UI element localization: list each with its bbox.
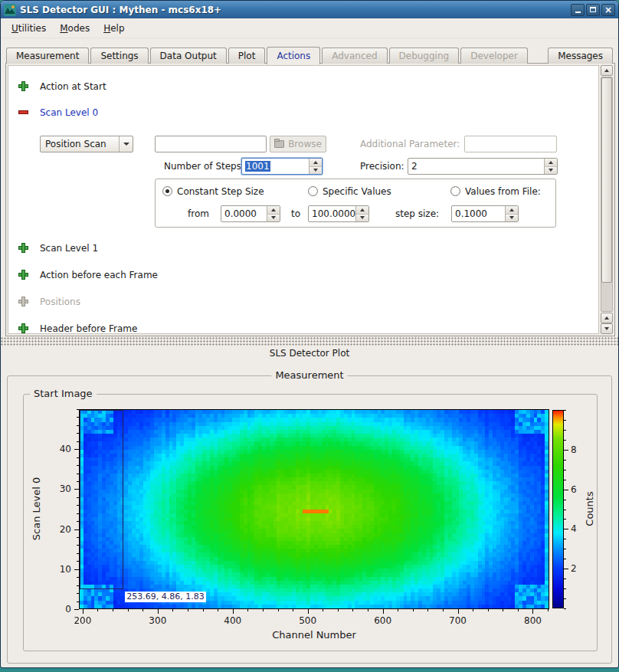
tab-advanced: Advanced [322,48,387,64]
scroll-up-button-bottom[interactable] [601,313,613,323]
tab-settings[interactable]: Settings [90,48,148,64]
tracker-readout: 253.69, 4.86, 1.83 [125,592,205,602]
scan-level-0-label: Scan Level 0 [40,107,98,118]
expand-plus-icon[interactable] [18,81,28,91]
collapse-minus-icon[interactable] [18,107,28,117]
y-tick-label: 20 [60,524,71,535]
minimize-icon [575,11,581,13]
radio-unchecked-icon[interactable] [450,186,460,196]
folder-icon [274,140,284,148]
tick-mark [158,609,159,614]
scan-mode-combobox[interactable]: Position Scan [40,136,133,152]
colorbar-tick-label: 6 [571,484,577,495]
tick-mark [564,510,566,510]
menu-utilities[interactable]: Utilities [5,21,52,36]
tick-mark [323,609,323,611]
to-spinbox[interactable]: 100.0000 [308,205,369,222]
spin-up-button[interactable] [545,159,557,167]
colorbar-title: Counts [584,491,595,526]
scan-mode-value: Position Scan [41,139,119,149]
tab-plot[interactable]: Plot [228,48,266,64]
expand-plus-icon-disabled [18,297,28,306]
from-label: from [188,208,209,219]
tabbar: MeasurementSettingsData OutputPlotAction… [6,46,613,64]
tick-mark [427,609,428,611]
scrollbar-thumb[interactable] [601,77,612,283]
precision-value[interactable]: 2 [408,159,544,174]
vertical-scrollbar[interactable] [601,65,613,334]
menu-help[interactable]: Help [97,21,130,36]
expand-plus-icon[interactable] [18,270,28,280]
spin-down-button[interactable] [356,215,368,222]
radio-checked-icon[interactable] [162,186,172,196]
scan-script-input[interactable] [155,136,267,152]
actions-scroll-area: Action at Start Scan Level 0 Position Sc… [8,65,599,334]
radio-constant-label: Constant Step Size [177,186,264,197]
expand-plus-icon[interactable] [18,323,28,333]
spin-down-button[interactable] [545,167,557,175]
colorbar-tick-label: 4 [571,523,577,534]
maximize-button[interactable] [586,4,600,16]
window-title: SLS Detector GUI : Mythen - mcs6x18+ [20,5,567,15]
tab-messages[interactable]: Messages [548,48,613,64]
tick-mark [142,609,143,611]
spin-up-button[interactable] [356,206,368,215]
tick-mark [233,609,234,614]
x-tick-label: 700 [449,615,467,626]
radio-values-from-file[interactable]: Values from File: [450,185,541,198]
spin-down-button[interactable] [506,215,518,222]
spin-up-button[interactable] [506,206,518,215]
splitter-handle[interactable] [1,337,618,346]
spin-down-button[interactable] [310,167,322,175]
radio-file-label: Values from File: [465,186,541,197]
radio-specific-values[interactable]: Specific Values [308,185,391,198]
step-size-value[interactable]: 0.1000 [452,206,505,221]
browse-label: Browse [288,139,322,149]
tick-mark [278,609,279,611]
tick-mark [338,609,339,611]
heatmap-plot[interactable]: 253.69, 4.86, 1.83 [79,409,549,609]
radio-unchecked-icon[interactable] [308,186,318,196]
app-icon[interactable] [4,4,16,16]
tick-mark [172,609,173,611]
tick-mark [564,450,568,451]
spin-buttons [309,159,322,174]
from-value[interactable]: 0.0000 [221,206,267,221]
y-tick-label: 0 [65,604,71,615]
expand-plus-icon[interactable] [18,243,28,253]
scrollbar-track[interactable] [601,77,613,312]
tick-mark [188,609,188,611]
scroll-down-button[interactable] [601,323,613,334]
tick-mark [564,470,566,470]
spin-up-button[interactable] [310,159,322,167]
titlebar[interactable]: SLS Detector GUI : Mythen - mcs6x18+ × [1,1,618,18]
step-size-spinbox[interactable]: 0.1000 [451,205,519,222]
spin-down-button[interactable] [267,215,280,222]
additional-parameter-input [464,136,557,152]
tick-mark [83,609,84,614]
to-value[interactable]: 100.0000 [309,206,355,221]
tick-mark [203,609,204,611]
scan-level-1-row: Scan Level 1 [18,241,98,254]
heatmap-canvas[interactable] [80,410,549,608]
minimize-button[interactable] [571,4,585,16]
scroll-up-button[interactable] [601,65,613,76]
menu-modes[interactable]: Modes [54,21,96,36]
tick-mark [564,608,566,609]
colorbar-tick-label: 2 [571,563,577,574]
radio-constant-step-size[interactable]: Constant Step Size [162,185,264,198]
tab-data-output[interactable]: Data Output [150,48,227,64]
spin-buttons [544,159,557,174]
spin-up-button[interactable] [267,206,280,215]
tick-mark [548,609,549,611]
tab-actions[interactable]: Actions [267,47,320,64]
number-of-steps-spinbox[interactable]: 1001 [241,158,323,175]
spin-buttons [267,206,280,221]
from-spinbox[interactable]: 0.0000 [221,205,280,222]
number-of-steps-value[interactable]: 1001 [245,161,270,172]
precision-spinbox[interactable]: 2 [408,158,558,175]
window-controls: × [571,4,615,16]
close-button[interactable]: × [601,4,615,16]
tick-mark [564,539,566,539]
tab-measurement[interactable]: Measurement [6,48,89,64]
